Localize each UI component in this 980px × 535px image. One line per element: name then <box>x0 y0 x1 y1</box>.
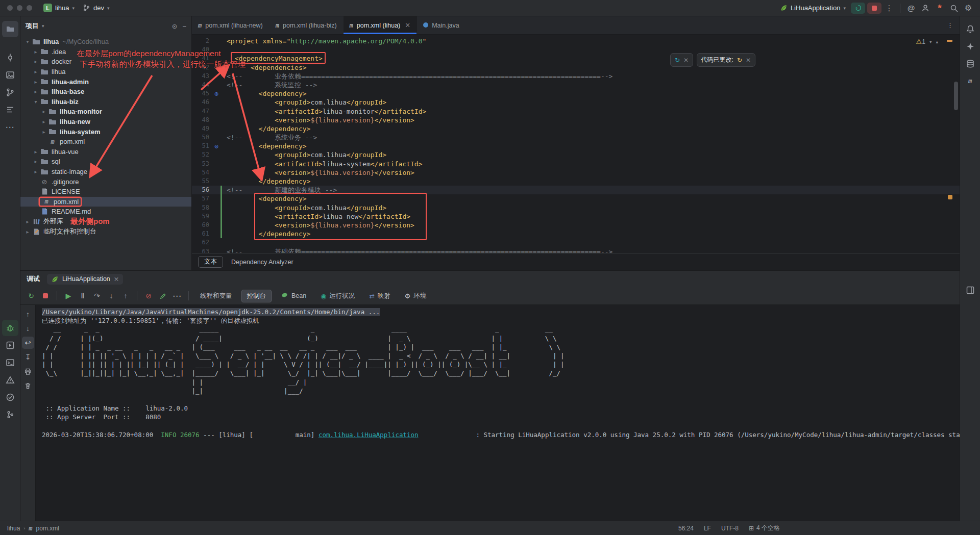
tree-item-lihua-base[interactable]: ▸lihua-base <box>20 87 191 97</box>
step-into-button[interactable]: ↓ <box>105 290 118 302</box>
class-hyperlink[interactable]: com.lihua.LiHuaApplication <box>318 431 419 439</box>
indent-setting[interactable]: ⊞4 个空格 <box>749 524 780 532</box>
rerun-debug-button[interactable] <box>851 3 865 14</box>
tree-item-pom.xml[interactable]: mpom.xml <box>20 137 191 147</box>
chevron-right-icon[interactable]: ▸ <box>32 149 40 155</box>
inspection-widget[interactable]: ⚠1 ▾ ▴ <box>916 38 938 45</box>
code-with-me-icon[interactable] <box>919 2 932 14</box>
editor-view-tab-dependency-analyzer[interactable]: Dependency Analyzer <box>231 259 293 266</box>
git-branch-widget[interactable]: dev ▾ <box>79 3 114 13</box>
debug-view-tab-1[interactable]: 线程和变量 <box>194 290 238 302</box>
project-widget[interactable]: L lihua ▾ <box>39 2 79 14</box>
database-tool-button[interactable] <box>962 56 978 72</box>
tab-options-icon[interactable]: ⋮ <box>941 16 960 34</box>
line-separator[interactable]: LF <box>704 525 711 532</box>
close-window-icon[interactable] <box>7 5 13 11</box>
tree-item-lihua-system[interactable]: ▸lihua-system <box>20 126 191 137</box>
stop-button[interactable] <box>39 290 52 302</box>
tree-item-pom.xml[interactable]: mpom.xml <box>20 197 191 207</box>
scroll-down-button[interactable]: ↓ <box>22 322 34 335</box>
scroll-up-button[interactable]: ↑ <box>22 308 34 320</box>
editor-tab-pom.xml-lihua-[interactable]: mpom.xml (lihua)✕ <box>344 16 418 34</box>
editor-tab-pom.xml-lihua-biz-[interactable]: mpom.xml (lihua-biz) <box>270 16 344 34</box>
debug-console[interactable]: /Users/yukino/Library/Java/JavaVirtualMa… <box>36 305 960 521</box>
more-tool-windows-button[interactable]: ⋯ <box>2 119 18 135</box>
tree-item-.gitignore[interactable]: ⊘.gitignore <box>20 176 191 187</box>
evaluate-expression-button[interactable] <box>156 290 169 302</box>
editor-tab-pom.xml-lihua-new-[interactable]: mpom.xml (lihua-new) <box>192 16 270 34</box>
locate-file-icon[interactable]: ⊙ <box>172 22 178 30</box>
caret-position[interactable]: 56:24 <box>678 525 694 532</box>
soft-wrap-button[interactable]: ↩ <box>22 337 34 349</box>
tree-item--[interactable]: ▸临时文件和控制台 <box>20 226 191 237</box>
gutter-definition-icon[interactable]: ◎ <box>212 142 220 150</box>
static-image-tool-button[interactable] <box>2 67 18 83</box>
mute-breakpoints-button[interactable]: ⊘ <box>142 290 155 302</box>
chevron-right-icon[interactable]: ▸ <box>32 59 40 64</box>
close-tab-icon[interactable]: ✕ <box>405 21 410 29</box>
chevron-right-icon[interactable]: ▸ <box>32 49 40 55</box>
editor-view-tab-text[interactable]: 文本 <box>198 256 223 268</box>
maximize-window-icon[interactable] <box>27 5 32 11</box>
debug-view-tab-5[interactable]: ⇄映射 <box>363 290 396 302</box>
close-icon[interactable]: ✕ <box>683 57 689 64</box>
debug-view-tab-6[interactable]: ⚙环境 <box>399 290 432 302</box>
mentions-icon[interactable]: @ <box>904 2 918 14</box>
code-editor[interactable]: 2<project xmlns="http://maven.apache.org… <box>192 35 960 253</box>
more-run-actions-icon[interactable]: ⋮ <box>883 2 896 14</box>
tree-item-static-image[interactable]: ▸static-image <box>20 167 191 177</box>
tree-item-lihua-biz[interactable]: ▾lihua-biz <box>20 97 191 107</box>
prev-problem-icon[interactable]: ▴ <box>936 39 938 44</box>
chevron-right-icon[interactable]: ▸ <box>23 219 32 224</box>
close-icon[interactable]: ✕ <box>114 275 119 283</box>
tree-item-README.md[interactable]: README.md <box>20 207 191 217</box>
run-configuration-selector[interactable]: LiHuaApplication ▾ <box>780 4 846 12</box>
search-everywhere-icon[interactable] <box>947 2 961 14</box>
chevron-right-icon[interactable]: ▸ <box>32 69 40 74</box>
record-icon[interactable]: * <box>933 2 946 14</box>
step-out-button[interactable]: ↑ <box>119 290 132 302</box>
maven-tool-button[interactable]: m <box>962 73 978 89</box>
tree-item-sql[interactable]: ▸sql <box>20 157 191 167</box>
pull-requests-tool-button[interactable] <box>2 84 18 100</box>
tree-item-LICENSE[interactable]: LICENSE <box>20 187 191 197</box>
code-changed-widget[interactable]: 代码已更改: ↻ ✕ <box>697 53 755 67</box>
tree-item-lihua-admin[interactable]: ▸lihua-admin <box>20 77 191 87</box>
project-tool-button[interactable] <box>2 21 18 37</box>
tree-item-lihua-new[interactable]: ▸lihua-new <box>20 117 191 127</box>
tree-item--[interactable]: ▸外部库最外侧pom <box>20 217 191 227</box>
project-panel-header[interactable]: 项目 ▾ ⊙ − <box>20 16 191 36</box>
tree-item-lihua-vue[interactable]: ▸lihua-vue <box>20 147 191 157</box>
problems-tool-button[interactable] <box>2 372 18 388</box>
rerun-debug-button[interactable]: ↻ <box>24 290 38 302</box>
chevron-down-icon[interactable]: ▾ <box>23 39 32 44</box>
chevron-right-icon[interactable]: ▸ <box>40 119 48 124</box>
tree-item-docker[interactable]: ▸docker <box>20 57 191 67</box>
reload-icon[interactable]: ↻ <box>737 57 742 64</box>
clear-all-button[interactable] <box>22 379 34 392</box>
more-actions-button[interactable]: ⋯ <box>170 290 184 302</box>
debug-view-tab-2[interactable]: 控制台 <box>241 290 273 302</box>
debug-view-tab-3[interactable]: Bean <box>275 290 312 302</box>
tree-item-.idea[interactable]: ▸.idea <box>20 47 191 57</box>
file-encoding[interactable]: UTF-8 <box>721 525 739 532</box>
resume-button[interactable]: ▶ <box>62 290 75 302</box>
breadcrumb-project[interactable]: lihua <box>7 525 20 532</box>
scroll-to-end-button[interactable]: ↧ <box>22 351 34 363</box>
notifications-icon[interactable] <box>962 21 978 37</box>
settings-icon[interactable]: ⚙ <box>962 2 975 14</box>
chevron-right-icon[interactable]: ▸ <box>40 129 48 135</box>
debug-session-tab[interactable]: LiHuaApplication ✕ <box>47 274 123 285</box>
chevron-right-icon[interactable]: ▸ <box>32 79 40 85</box>
hide-panel-icon[interactable]: − <box>182 22 186 30</box>
tree-item-lihua-monitor[interactable]: ▸lihua-monitor <box>20 107 191 117</box>
ai-assistant-icon[interactable] <box>962 38 978 55</box>
close-icon[interactable]: ✕ <box>746 57 751 64</box>
chevron-right-icon[interactable]: ▸ <box>32 89 40 94</box>
todo-tool-button[interactable] <box>2 389 18 405</box>
pause-button[interactable]: ‖ <box>76 290 89 302</box>
print-button[interactable] <box>22 365 34 377</box>
chevron-right-icon[interactable]: ▸ <box>23 229 32 235</box>
minimize-window-icon[interactable] <box>17 5 22 11</box>
tree-item-lihua[interactable]: ▸lihua <box>20 67 191 77</box>
